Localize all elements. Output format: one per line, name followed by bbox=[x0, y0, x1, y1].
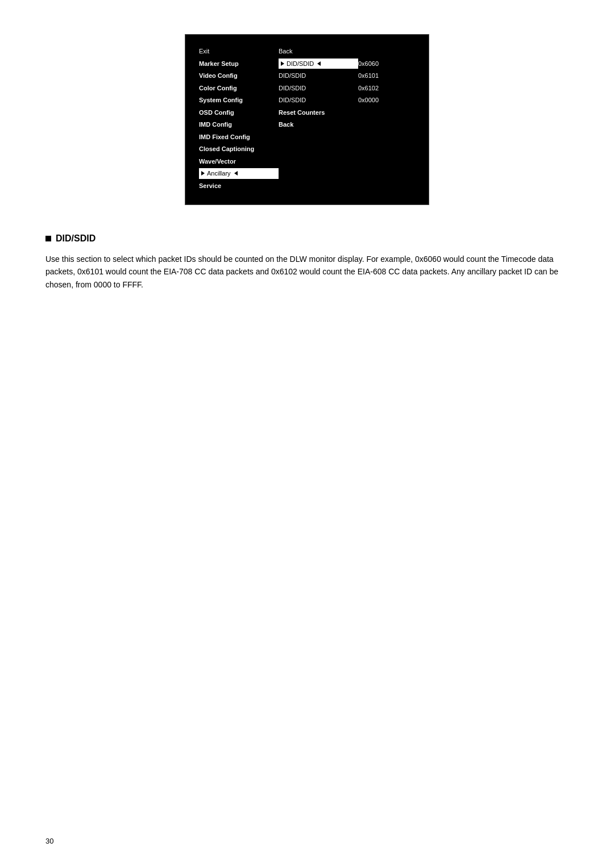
arrow-right-icon-2 bbox=[281, 61, 284, 66]
monitor-screenshot: Exit Marker Setup Video Config Color Con… bbox=[185, 34, 429, 205]
menu-item-imd-config: IMD Config bbox=[199, 119, 279, 130]
menu-right-0x6102: 0x6102 bbox=[358, 83, 404, 94]
menu-right-0x6060: 0x6060 bbox=[358, 59, 404, 69]
section-bullet bbox=[45, 236, 51, 241]
menu-right-0x6101: 0x6101 bbox=[358, 70, 404, 81]
menu-middle-reset-counters: Reset Counters bbox=[279, 107, 358, 118]
menu-item-exit: Exit bbox=[199, 46, 279, 57]
menu-middle-didsdid-highlighted[interactable]: DID/SDID bbox=[279, 59, 358, 69]
menu-item-marker-setup: Marker Setup bbox=[199, 59, 279, 69]
section-body: Use this section to select which packet … bbox=[45, 253, 569, 291]
menu-middle-back: Back bbox=[279, 46, 358, 57]
menu-middle-back-2: Back bbox=[279, 119, 358, 130]
arrow-left-icon bbox=[234, 171, 238, 176]
menu-item-closed-captioning: Closed Captioning bbox=[199, 144, 279, 155]
page-container: Exit Marker Setup Video Config Color Con… bbox=[0, 0, 614, 868]
menu-item-ancillary[interactable]: Ancillary bbox=[199, 168, 279, 179]
arrow-left-icon-2 bbox=[317, 61, 321, 66]
menu-middle-didsdid-2: DID/SDID bbox=[279, 83, 358, 94]
page-number: 30 bbox=[45, 837, 53, 845]
menu-item-video-config: Video Config bbox=[199, 70, 279, 81]
menu-item-color-config: Color Config bbox=[199, 83, 279, 94]
menu-middle-didsdid-1: DID/SDID bbox=[279, 70, 358, 81]
menu-right-empty bbox=[358, 46, 404, 57]
menu-middle-didsdid-3: DID/SDID bbox=[279, 95, 358, 106]
menu-grid: Exit Marker Setup Video Config Color Con… bbox=[199, 46, 415, 191]
section-heading: DID/SDID bbox=[45, 233, 569, 244]
menu-item-service: Service bbox=[199, 181, 279, 191]
menu-right-0x0000: 0x0000 bbox=[358, 95, 404, 106]
arrow-right-icon bbox=[201, 171, 205, 176]
menu-item-osd-config: OSD Config bbox=[199, 107, 279, 118]
menu-item-wave-vector: Wave/Vector bbox=[199, 156, 279, 167]
left-menu-column: Exit Marker Setup Video Config Color Con… bbox=[199, 46, 279, 191]
right-menu-column: 0x6060 0x6101 0x6102 0x0000 bbox=[358, 46, 404, 191]
section-title: DID/SDID bbox=[56, 233, 96, 244]
menu-item-imd-fixed-config: IMD Fixed Config bbox=[199, 132, 279, 143]
middle-menu-column: Back DID/SDID DID/SDID DID/SDID DID/SDID… bbox=[279, 46, 358, 191]
menu-item-system-config: System Config bbox=[199, 95, 279, 106]
